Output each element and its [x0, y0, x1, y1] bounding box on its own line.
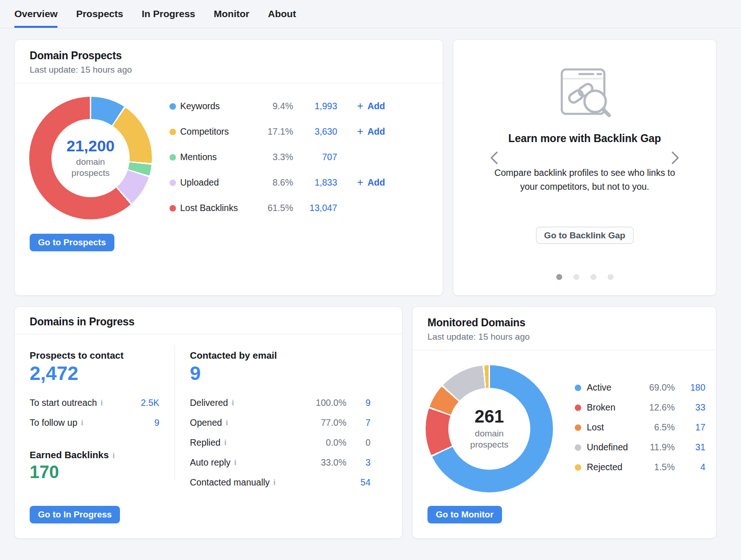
legend-percent: 6.5%: [639, 422, 675, 433]
tab-monitor[interactable]: Monitor: [214, 0, 250, 28]
legend-percent: 11.9%: [639, 442, 675, 453]
stat-label: Repliedi: [190, 437, 302, 448]
go-to-in-progress-button[interactable]: Go to In Progress: [30, 506, 120, 523]
stat-label-text: Contacted manually: [190, 477, 270, 488]
tab-about[interactable]: About: [268, 0, 296, 28]
stat-row-delivered: Deliveredi100.0%9: [190, 393, 370, 413]
stat-value-link[interactable]: 7: [346, 417, 370, 428]
domains-in-progress-card: Domains in Progress Prospects to contact…: [14, 306, 402, 539]
stat-label: Contacted manuallyi: [190, 477, 302, 488]
info-icon[interactable]: i: [273, 478, 276, 487]
legend-color-dot: [575, 424, 581, 431]
go-to-backlink-gap-button[interactable]: Go to Backlink Gap: [536, 227, 634, 244]
earned-backlinks-value: 170: [30, 462, 59, 482]
legend-label: Lost Backlinks: [180, 203, 254, 213]
go-to-prospects-button[interactable]: Go to Prospects: [30, 234, 114, 251]
legend-value-link[interactable]: 707: [293, 152, 337, 162]
info-icon[interactable]: i: [226, 418, 228, 428]
add-keywords-link[interactable]: +Add: [357, 101, 385, 112]
donut-center-label: domain prospects: [461, 428, 518, 450]
info-icon[interactable]: i: [113, 451, 115, 460]
donut-center-label: domain prospects: [62, 156, 119, 179]
add-label: Add: [367, 126, 385, 137]
stat-label-text: Replied: [190, 437, 220, 448]
add-label: Add: [367, 177, 385, 188]
domains-in-progress-header: Domains in Progress: [15, 307, 402, 334]
info-icon[interactable]: i: [224, 438, 226, 448]
carousel-dot-3[interactable]: [590, 274, 597, 280]
earned-backlinks-label-text: Earned Backlinks: [30, 449, 109, 460]
legend-percent: 1.5%: [639, 462, 675, 473]
legend-value-link[interactable]: 33: [675, 402, 705, 413]
legend-color-dot: [575, 404, 581, 411]
backlink-gap-card: Learn more with Backlink Gap Compare bac…: [453, 39, 716, 296]
tab-overview[interactable]: Overview: [14, 0, 57, 28]
legend-label: Mentions: [180, 152, 254, 162]
legend-color-dot: [575, 385, 581, 391]
legend-label: Uploaded: [180, 177, 254, 188]
donut-hole: 261 domain prospects: [448, 388, 530, 470]
stat-label: Auto replyi: [190, 457, 302, 468]
legend-percent: 8.6%: [254, 177, 293, 188]
stat-value-link[interactable]: 3: [346, 457, 370, 468]
go-to-monitor-button[interactable]: Go to Monitor: [427, 506, 502, 523]
legend-row-undefined: Undefined11.9%31: [575, 437, 705, 457]
legend-label: Lost: [587, 422, 639, 433]
plus-icon: +: [357, 101, 363, 112]
stat-row-replied: Repliedi0.0%0: [190, 433, 370, 453]
monitored-domains-legend: Active69.0%180Broken12.6%33Lost6.5%17Und…: [575, 378, 705, 477]
stat-value-link[interactable]: 9: [346, 398, 370, 408]
legend-value-link[interactable]: 4: [675, 462, 705, 473]
email-stats-list: Deliveredi100.0%9Openedi77.0%7Repliedi0.…: [190, 393, 370, 492]
prospects-to-contact-value: 2,472: [30, 362, 78, 385]
stat-label-text: Delivered: [190, 398, 228, 408]
donut-center-value: 261: [475, 407, 504, 427]
legend-row-lost: Lost6.5%17: [575, 417, 705, 437]
legend-percent: 3.3%: [254, 152, 293, 162]
legend-value-link[interactable]: 1,833: [293, 177, 337, 188]
backlink-gap-description: Compare backlink profiles to see who lin…: [490, 166, 680, 193]
add-uploaded-link[interactable]: +Add: [357, 177, 385, 188]
add-label: Add: [367, 101, 385, 112]
legend-label: Undefined: [587, 442, 639, 453]
stat-value-link[interactable]: 2.5K: [141, 398, 159, 408]
info-icon[interactable]: i: [232, 398, 234, 408]
stat-percent: 33.0%: [302, 457, 346, 468]
legend-color-dot: [170, 154, 176, 161]
info-icon[interactable]: i: [234, 458, 237, 467]
stat-label: To follow upi: [30, 417, 154, 428]
backlink-gap-title: Learn more with Backlink Gap: [490, 131, 680, 146]
domain-prospects-title: Domain Prospects: [30, 49, 428, 62]
add-competitors-link[interactable]: +Add: [357, 126, 385, 137]
tab-in-progress[interactable]: In Progress: [142, 0, 195, 28]
carousel-dot-2[interactable]: [573, 274, 579, 280]
carousel-dot-4[interactable]: [608, 274, 614, 280]
legend-value-link[interactable]: 1,993: [293, 101, 337, 112]
stat-value-link[interactable]: 54: [346, 477, 370, 488]
donut-hole: 21,200 domain prospects: [51, 119, 130, 197]
legend-value-link[interactable]: 3,630: [293, 126, 337, 137]
carousel-prev-button[interactable]: [487, 150, 502, 166]
legend-color-dot: [575, 464, 581, 471]
contacted-by-email-label: Contacted by email: [190, 350, 277, 361]
column-divider: [175, 345, 175, 480]
stat-value-link[interactable]: 9: [154, 417, 159, 428]
stat-label: Openedi: [190, 417, 302, 428]
stat-label: To start outreachi: [30, 398, 141, 408]
info-icon[interactable]: i: [100, 398, 103, 408]
carousel-next-button[interactable]: [667, 150, 683, 166]
prospects-to-contact-label: Prospects to contact: [30, 350, 124, 361]
legend-value-link[interactable]: 17: [675, 422, 705, 433]
legend-row-mentions: Mentions3.3%707: [170, 144, 385, 170]
chevron-right-icon: [668, 150, 682, 166]
info-icon[interactable]: i: [81, 418, 83, 428]
chevron-left-icon: [488, 150, 502, 166]
carousel-dot-1[interactable]: [556, 274, 562, 280]
domain-prospects-header: Domain Prospects Last update: 15 hours a…: [15, 40, 443, 83]
monitored-domains-last-update: Last update: 15 hours ago: [427, 331, 701, 342]
legend-value-link[interactable]: 13,047: [293, 203, 337, 213]
legend-value-link[interactable]: 180: [675, 382, 705, 393]
legend-value-link[interactable]: 31: [675, 442, 705, 453]
tab-prospects[interactable]: Prospects: [76, 0, 123, 28]
legend-row-rejected: Rejected1.5%4: [575, 457, 705, 477]
